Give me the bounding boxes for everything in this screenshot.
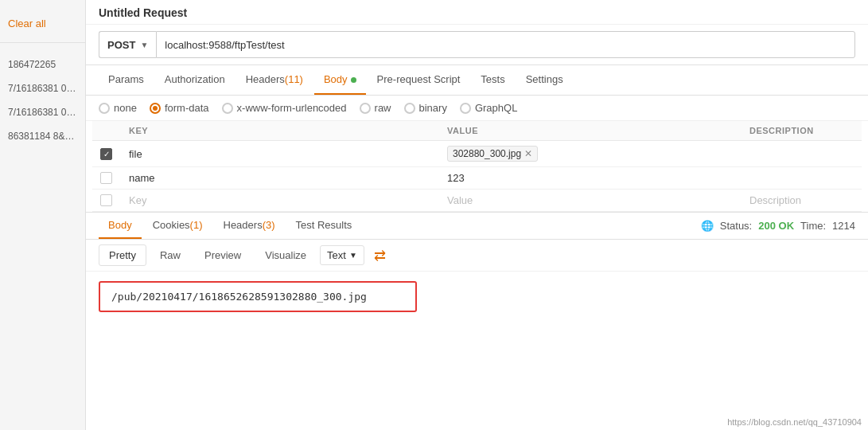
response-tab-test-results[interactable]: Test Results — [286, 213, 362, 239]
method-select[interactable]: POST ▼ — [99, 31, 156, 58]
response-content: /pub/20210417/1618652628591302880_300.jp… — [99, 281, 417, 312]
radio-urlencoded-label: x-www-form-urlencoded — [237, 102, 347, 114]
method-label: POST — [107, 39, 135, 51]
row2-checkbox[interactable] — [100, 172, 112, 184]
row1-checkbox[interactable]: ✓ — [100, 148, 112, 160]
row2-value-cell: 123 — [439, 167, 741, 190]
tab-headers[interactable]: Headers(11) — [236, 65, 313, 95]
sidebar-items: 186472265 7/16186381 0.jpg&dele 7/161863… — [0, 46, 85, 154]
row1-key-text: file — [129, 148, 142, 160]
row1-desc-cell — [741, 141, 862, 167]
row1-file-tag: 302880_300.jpg ✕ — [447, 146, 538, 162]
response-body: /pub/20210417/1618652628591302880_300.jp… — [86, 272, 868, 430]
row3-key-placeholder: Key — [129, 194, 146, 206]
tab-params[interactable]: Params — [99, 65, 154, 95]
radio-raw[interactable]: raw — [360, 102, 391, 114]
main-panel: Untitled Request POST ▼ Params Authoriza… — [86, 0, 868, 430]
row2-value-text: 123 — [447, 172, 465, 184]
tab-body[interactable]: Body — [314, 65, 366, 95]
radio-urlencoded[interactable]: x-www-form-urlencoded — [222, 102, 347, 114]
radio-form-data-circle — [150, 103, 161, 114]
radio-form-data[interactable]: form-data — [150, 102, 209, 114]
response-tab-body[interactable]: Body — [99, 213, 142, 239]
row1-value-cell: 302880_300.jpg ✕ — [439, 141, 741, 167]
radio-none[interactable]: none — [99, 102, 137, 114]
radio-graphql-label: GraphQL — [475, 102, 517, 114]
sidebar-item[interactable]: 186472265 — [0, 53, 85, 76]
tab-authorization[interactable]: Authorization — [155, 65, 235, 95]
response-tab-headers[interactable]: Headers(3) — [214, 213, 285, 239]
format-pretty-button[interactable]: Pretty — [99, 244, 146, 266]
tab-body-label: Body — [324, 73, 348, 85]
globe-icon: 🌐 — [701, 220, 714, 232]
sidebar-item[interactable]: 7/16186381 0.jpg&dele — [0, 76, 85, 100]
radio-none-label: none — [114, 102, 137, 114]
wrap-lines-icon[interactable]: ⇄ — [374, 247, 386, 264]
row3-key-cell: Key — [121, 190, 439, 212]
row1-check-cell: ✓ — [92, 141, 121, 167]
col-header-key: KEY — [121, 121, 439, 141]
response-section: Body Cookies(1) Headers(3) Test Results … — [86, 212, 868, 430]
tab-settings[interactable]: Settings — [516, 65, 573, 95]
tab-headers-label: Headers — [246, 73, 285, 85]
chevron-down-icon: ▼ — [349, 251, 357, 260]
sidebar: Clear all 186472265 7/16186381 0.jpg&del… — [0, 0, 86, 430]
format-type-label: Text — [327, 249, 346, 261]
url-input[interactable] — [156, 31, 855, 58]
row3-value-cell: Value — [439, 190, 741, 212]
clear-all-button[interactable]: Clear all — [0, 8, 85, 39]
time-value: 1214 — [832, 220, 855, 232]
row1-file-remove-icon[interactable]: ✕ — [524, 148, 532, 159]
sidebar-divider — [0, 42, 85, 43]
format-raw-button[interactable]: Raw — [150, 244, 191, 266]
sidebar-item[interactable]: 7/16186381 0.jpg&dele — [0, 100, 85, 124]
page-title: Untitled Request — [86, 0, 868, 25]
radio-graphql[interactable]: GraphQL — [460, 102, 517, 114]
format-visualize-button[interactable]: Visualize — [255, 244, 317, 266]
request-tabs: Params Authorization Headers(11) Body Pr… — [86, 65, 868, 96]
row3-desc-placeholder: Description — [749, 194, 801, 206]
time-label: Time: — [800, 220, 826, 232]
format-preview-button[interactable]: Preview — [194, 244, 251, 266]
table-row: ✓ file 302880_300.jpg ✕ — [92, 141, 862, 167]
form-data-table-wrapper: KEY VALUE DESCRIPTION ✓ file — [86, 121, 868, 212]
row3-desc-cell: Description — [741, 190, 862, 212]
table-row: Key Value Description — [92, 190, 862, 212]
row3-check-cell — [92, 190, 121, 212]
radio-binary-label: binary — [419, 102, 447, 114]
radio-raw-circle — [360, 103, 371, 114]
radio-binary[interactable]: binary — [404, 102, 447, 114]
radio-none-circle — [99, 103, 110, 114]
row1-key-cell: file — [121, 141, 439, 167]
col-header-check — [92, 121, 121, 141]
row2-desc-cell — [741, 167, 862, 190]
checkmark-icon: ✓ — [103, 150, 110, 158]
format-type-select[interactable]: Text ▼ — [320, 245, 364, 265]
response-tab-cookies-label: Cookies — [153, 219, 190, 231]
row2-key-text: name — [129, 172, 155, 184]
row2-key-cell: name — [121, 167, 439, 190]
radio-raw-label: raw — [375, 102, 391, 114]
row1-file-name: 302880_300.jpg — [453, 148, 521, 159]
radio-binary-circle — [404, 103, 415, 114]
response-format-bar: Pretty Raw Preview Visualize Text ▼ ⇄ — [86, 240, 868, 272]
tab-pre-request-script[interactable]: Pre-request Script — [368, 65, 470, 95]
radio-urlencoded-circle — [222, 103, 233, 114]
sidebar-item[interactable]: 86381184 8&deleted — [0, 124, 85, 148]
response-tab-headers-label: Headers — [224, 219, 263, 231]
radio-graphql-circle — [460, 103, 471, 114]
col-header-value: VALUE — [439, 121, 741, 141]
row3-checkbox[interactable] — [100, 194, 112, 206]
row2-check-cell — [92, 167, 121, 190]
row3-value-placeholder: Value — [447, 194, 473, 206]
status-value: 200 OK — [758, 220, 794, 232]
response-tab-cookies[interactable]: Cookies(1) — [143, 213, 212, 239]
form-data-table: KEY VALUE DESCRIPTION ✓ file — [92, 121, 862, 212]
chevron-down-icon: ▼ — [140, 41, 148, 49]
radio-form-data-label: form-data — [165, 102, 209, 114]
tab-tests[interactable]: Tests — [471, 65, 514, 95]
response-tab-cookies-badge: (1) — [190, 219, 203, 231]
tab-headers-badge: (11) — [285, 73, 303, 85]
body-active-dot — [351, 77, 356, 83]
watermark: https://blog.csdn.net/qq_43710904 — [727, 417, 862, 427]
